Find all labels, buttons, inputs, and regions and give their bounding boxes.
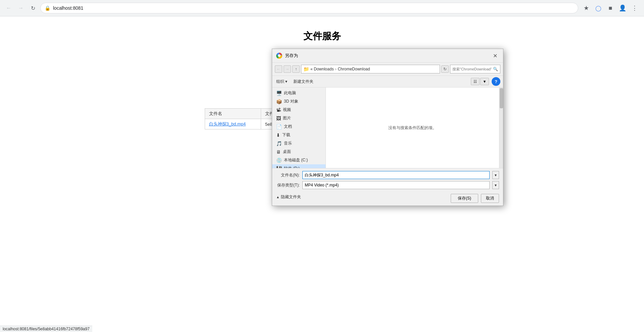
address-bar[interactable]: 🔒 localhost:8081	[40, 3, 578, 13]
sidebar-item-documents[interactable]: 📄 文档	[272, 122, 326, 131]
sidebar-item-downloads[interactable]: ⬇ 下载	[272, 131, 326, 139]
dialog-search-input[interactable]	[452, 67, 492, 71]
music-icon: 🎵	[276, 141, 282, 143]
dialog-scrollbar[interactable]	[499, 88, 503, 143]
address-text: localhost:8081	[53, 5, 574, 11]
dialog-back-button[interactable]: ←	[275, 65, 282, 73]
scrollbar-thumb[interactable]	[500, 88, 503, 108]
breadcrumb-part2: ChromeDownload	[338, 67, 370, 71]
sidebar-item-video-label: 视频	[283, 107, 291, 113]
view-toggle-button[interactable]: ☷	[471, 78, 480, 85]
breadcrumb-folder-icon: 📁	[303, 66, 309, 72]
dialog-breadcrumb[interactable]: 📁 « Downloads › ChromeDownload	[301, 65, 440, 73]
dialog-refresh-button[interactable]: ↻	[441, 65, 449, 73]
dialog-up-button[interactable]: ↑	[292, 65, 300, 73]
dialog-forward-button[interactable]: →	[284, 65, 291, 73]
reload-button[interactable]: ↻	[28, 3, 38, 13]
documents-icon: 📄	[276, 124, 282, 129]
sidebar-item-music[interactable]: 🎵 音乐	[272, 139, 326, 143]
menu-button[interactable]: ⋮	[629, 3, 640, 13]
organize-label: 组织 ▾	[276, 79, 287, 85]
search-icon: 🔍	[493, 67, 498, 71]
dialog-toolbar: 组织 ▾ 新建文件夹 ☷ ▼ ?	[272, 76, 503, 88]
thispc-icon: 🖥️	[276, 91, 282, 96]
sidebar-item-video[interactable]: 📽 视频	[272, 106, 326, 114]
page-title: 文件服务	[7, 30, 637, 43]
sidebar-item-pictures-label: 图片	[283, 115, 291, 121]
extension-button-1[interactable]: ◯	[593, 3, 604, 13]
sidebar-item-downloads-label: 下载	[282, 132, 290, 138]
file-link[interactable]: 白头神探3_bd.mp4	[209, 121, 246, 126]
pictures-icon: 🖼	[276, 116, 281, 121]
view-dropdown-button[interactable]: ▼	[480, 78, 489, 85]
downloads-icon: ⬇	[276, 132, 280, 138]
sidebar-item-3d-label: 3D 对象	[284, 99, 298, 104]
browser-chrome: ← → ↻ 🔒 localhost:8081 ★ ◯ ■ 👤 ⋮	[0, 0, 644, 16]
help-button[interactable]: ?	[492, 77, 500, 86]
sidebar-item-music-label: 音乐	[284, 141, 292, 143]
3d-icon: 📦	[276, 99, 282, 104]
no-match-text: 没有与搜索条件匹配的项。	[388, 125, 437, 131]
forward-button[interactable]: →	[16, 3, 26, 13]
sidebar-item-documents-label: 文档	[284, 124, 292, 129]
breadcrumb-part1: « Downloads	[310, 67, 334, 71]
organize-button[interactable]: 组织 ▾	[275, 78, 289, 85]
sidebar-item-3d[interactable]: 📦 3D 对象	[272, 97, 326, 106]
bookmark-button[interactable]: ★	[581, 3, 592, 13]
profile-button[interactable]: 👤	[617, 3, 628, 13]
dialog-titlebar: 另存为 ✕	[272, 49, 503, 63]
dialog-close-button[interactable]: ✕	[491, 52, 499, 60]
view-buttons: ☷ ▼	[471, 78, 489, 85]
save-dialog: 另存为 ✕ ← → ↑ 📁 « Downloads › ChromeDownlo…	[272, 49, 503, 143]
dialog-body: 🖥️ 此电脑 📦 3D 对象 📽 视频 🖼 图片 📄 文档	[272, 88, 503, 143]
lock-icon: 🔒	[45, 5, 50, 11]
new-folder-button[interactable]: 新建文件夹	[291, 78, 315, 85]
dialog-sidebar: 🖥️ 此电脑 📦 3D 对象 📽 视频 🖼 图片 📄 文档	[272, 88, 326, 143]
video-icon: 📽	[276, 107, 281, 113]
dialog-main-area: 没有与搜索条件匹配的项。	[326, 88, 499, 143]
col-header-filename: 文件名	[205, 109, 261, 119]
dialog-title-text: 另存为	[285, 53, 488, 59]
chrome-icon	[276, 53, 282, 59]
browser-toolbar: ← → ↻ 🔒 localhost:8081 ★ ◯ ■ 👤 ⋮	[0, 0, 644, 16]
breadcrumb-separator: ›	[335, 67, 336, 71]
dialog-search-box[interactable]: 🔍	[450, 65, 500, 73]
back-button[interactable]: ←	[4, 3, 13, 13]
extension-button-2[interactable]: ■	[605, 3, 616, 13]
dialog-address-bar: ← → ↑ 📁 « Downloads › ChromeDownload ↻ 🔍	[272, 63, 503, 76]
sidebar-item-thispc-label: 此电脑	[284, 90, 296, 96]
sidebar-item-thispc[interactable]: 🖥️ 此电脑	[272, 89, 326, 97]
toolbar-actions: ★ ◯ ■ 👤 ⋮	[581, 3, 640, 13]
sidebar-item-pictures[interactable]: 🖼 图片	[272, 114, 326, 122]
